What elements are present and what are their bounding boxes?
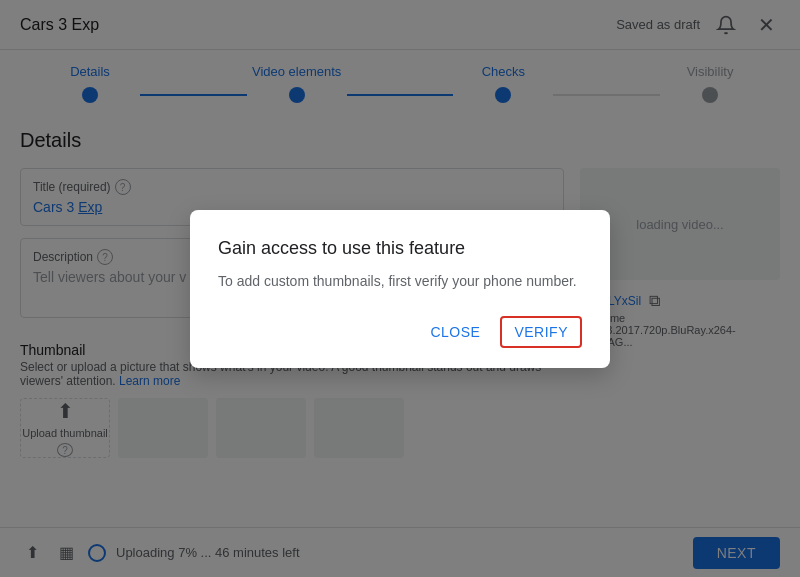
close-modal-button[interactable]: CLOSE <box>418 316 492 348</box>
modal-overlay: Gain access to use this feature To add c… <box>0 0 800 577</box>
modal-body: To add custom thumbnails, first verify y… <box>218 271 582 292</box>
modal-actions: CLOSE VERIFY <box>218 316 582 348</box>
modal-dialog: Gain access to use this feature To add c… <box>190 210 610 368</box>
modal-title: Gain access to use this feature <box>218 238 582 259</box>
verify-button[interactable]: VERIFY <box>500 316 582 348</box>
main-container: Cars 3 Exp Saved as draft ✕ Details Vide… <box>0 0 800 577</box>
